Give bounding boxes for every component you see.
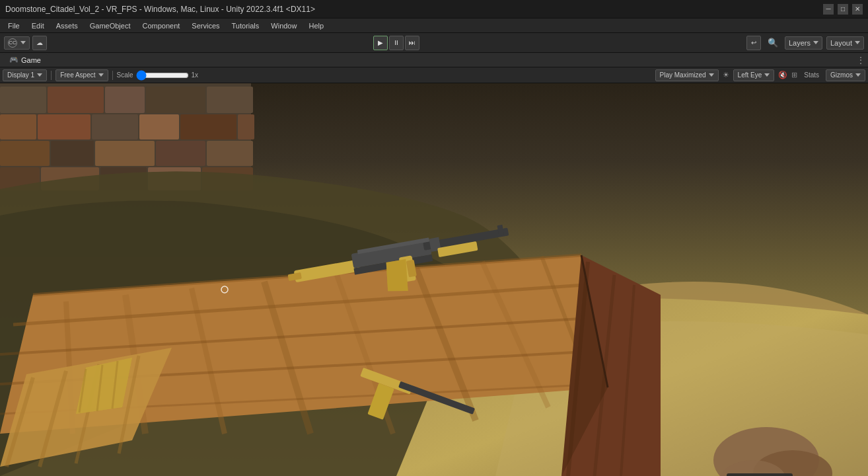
svg-rect-16 xyxy=(51,141,94,166)
stats-button[interactable]: Stats xyxy=(801,71,822,79)
tab-game[interactable]: 🎮 Game xyxy=(3,54,48,65)
svg-rect-4 xyxy=(0,87,46,113)
layout-dropdown[interactable]: Layout xyxy=(826,36,864,50)
tabbar: 🎮 Game ⋮ xyxy=(0,53,868,67)
svg-rect-13 xyxy=(180,114,236,139)
minimize-button[interactable]: ─ xyxy=(823,4,834,15)
pause-icon: ⏸ xyxy=(393,39,400,46)
toolbar-center: ▶ ⏸ ⏭ xyxy=(373,36,419,50)
play-icon: ▶ xyxy=(378,39,383,46)
left-eye-dropdown[interactable]: Left Eye xyxy=(733,69,775,81)
svg-rect-14 xyxy=(238,114,254,139)
play-maximized-label: Play Maximized xyxy=(660,71,706,79)
game-toolbar-right: Play Maximized ☀ Left Eye 🔇 ⊞ Stats Gizm… xyxy=(655,69,865,81)
titlebar-controls: ─ □ ✕ xyxy=(823,4,863,15)
svg-rect-15 xyxy=(0,141,50,166)
svg-rect-6 xyxy=(105,87,145,113)
pause-button[interactable]: ⏸ xyxy=(389,36,404,50)
cloud-icon: ☁ xyxy=(36,39,43,46)
menu-tutorials[interactable]: Tutorials xyxy=(227,20,265,31)
scale-slider[interactable] xyxy=(136,72,189,79)
svg-rect-11 xyxy=(92,114,138,139)
aspect-chevron-icon xyxy=(98,73,104,77)
layout-label: Layout xyxy=(830,39,852,47)
game-viewport[interactable] xyxy=(0,83,868,476)
display-chevron-icon xyxy=(37,73,42,77)
cc-icon: CC xyxy=(8,38,17,48)
menu-component[interactable]: Component xyxy=(137,20,185,31)
layers-chevron-icon xyxy=(813,41,818,44)
svg-rect-18 xyxy=(156,141,205,166)
maximize-button[interactable]: □ xyxy=(838,4,848,15)
svg-rect-76 xyxy=(727,473,793,476)
cloud-button[interactable]: ☁ xyxy=(32,36,47,50)
close-button[interactable]: ✕ xyxy=(852,4,863,15)
svg-rect-17 xyxy=(95,141,155,166)
display-dropdown[interactable]: Display 1 xyxy=(3,69,47,81)
undo-button[interactable]: ↩ xyxy=(746,36,761,50)
toolbar-left: CC ☁ xyxy=(4,36,47,50)
menu-file[interactable]: File xyxy=(3,20,25,31)
scale-value: 1x xyxy=(192,71,199,79)
grid-icon: ⊞ xyxy=(791,71,797,79)
play-button[interactable]: ▶ xyxy=(373,36,388,50)
menu-edit[interactable]: Edit xyxy=(26,20,50,31)
left-eye-label: Left Eye xyxy=(738,71,762,79)
svg-rect-9 xyxy=(0,114,36,139)
game-toolbar: Display 1 Free Aspect Scale 1x Play Maxi… xyxy=(0,67,868,83)
gizmos-chevron-icon xyxy=(855,73,861,77)
svg-rect-12 xyxy=(139,114,179,139)
layers-dropdown[interactable]: Layers xyxy=(785,36,822,50)
menu-gameobject[interactable]: GameObject xyxy=(85,20,136,31)
step-icon: ⏭ xyxy=(409,39,416,46)
svg-rect-26 xyxy=(38,114,90,139)
aspect-dropdown[interactable]: Free Aspect xyxy=(55,69,108,81)
gizmos-label: Gizmos xyxy=(830,71,853,79)
menu-assets[interactable]: Assets xyxy=(51,20,83,31)
play-maximized-button[interactable]: Play Maximized xyxy=(655,69,719,81)
layout-chevron-icon xyxy=(855,41,860,44)
cc-chevron-icon xyxy=(20,41,26,44)
toolbar-separator-2 xyxy=(112,71,113,80)
tab-options-button[interactable]: ⋮ xyxy=(856,55,865,65)
step-button[interactable]: ⏭ xyxy=(405,36,419,50)
menu-help[interactable]: Help xyxy=(303,20,329,31)
titlebar-title: Doomstone_Citadel_Vol_2 - VR_FPS - Windo… xyxy=(5,5,315,14)
svg-rect-7 xyxy=(146,87,205,113)
svg-rect-19 xyxy=(207,141,253,166)
display-label: Display 1 xyxy=(7,71,34,79)
audio-icon: 🔇 xyxy=(778,71,787,79)
tab-game-label: Game xyxy=(21,56,41,64)
gizmos-button[interactable]: Gizmos xyxy=(826,69,865,81)
play-maximized-chevron-icon xyxy=(709,73,714,77)
menu-services[interactable]: Services xyxy=(186,20,225,31)
toolbar-right: ↩ 🔍 Layers Layout xyxy=(746,36,864,50)
menubar: File Edit Assets GameObject Component Se… xyxy=(0,19,868,33)
scale-label: Scale xyxy=(117,71,133,79)
scene-canvas xyxy=(0,83,868,476)
svg-rect-8 xyxy=(207,87,253,113)
sun-icon: ☀ xyxy=(723,71,729,79)
toolbar: CC ☁ ▶ ⏸ ⏭ ↩ 🔍 Layers Layout xyxy=(0,33,868,53)
svg-rect-25 xyxy=(48,87,104,113)
game-icon: 🎮 xyxy=(9,56,18,64)
toolbar-separator-1 xyxy=(51,71,52,80)
cc-dropdown[interactable]: CC xyxy=(4,36,30,50)
layers-label: Layers xyxy=(789,39,811,47)
left-eye-chevron-icon xyxy=(764,73,770,77)
titlebar: Doomstone_Citadel_Vol_2 - VR_FPS - Windo… xyxy=(0,0,868,19)
aspect-label: Free Aspect xyxy=(60,71,95,79)
menu-window[interactable]: Window xyxy=(266,20,302,31)
search-button[interactable]: 🔍 xyxy=(765,36,781,49)
